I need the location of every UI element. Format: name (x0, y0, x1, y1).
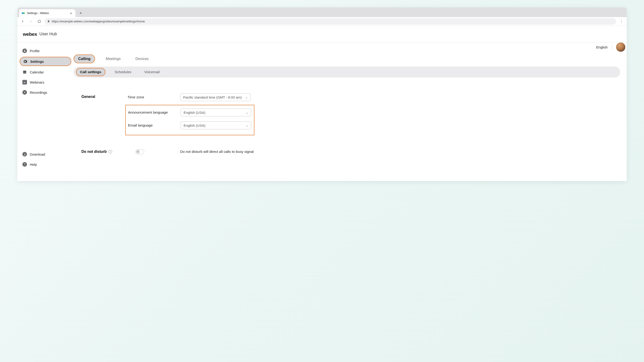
sidebar: Profile Settings Calendar Webinars (17, 43, 74, 175)
main-content: English Calling Meetings Devices Call se… (74, 43, 627, 175)
new-tab-button[interactable]: + (77, 10, 84, 17)
chevron-down-icon: ⌄ (246, 124, 248, 127)
record-icon (22, 90, 27, 95)
close-icon[interactable]: × (69, 11, 73, 15)
sidebar-item-label: Settings (30, 60, 44, 64)
timezone-label: Time zone (128, 95, 180, 99)
sidebar-item-recordings[interactable]: Recordings (20, 88, 71, 97)
subtab-call-settings[interactable]: Call settings (76, 68, 106, 76)
user-icon (22, 49, 27, 53)
product-name: User Hub (40, 32, 57, 37)
address-bar[interactable]: https://example.webex.com/webappng/sites… (44, 18, 616, 25)
chevron-down-icon: ⌄ (246, 111, 248, 114)
svg-rect-7 (25, 70, 26, 71)
dnd-toggle[interactable]: × (136, 149, 144, 154)
dnd-description: Do not disturb will direct all calls to … (180, 150, 254, 154)
browser-toolbar: https://example.webex.com/webappng/sites… (17, 17, 627, 26)
language-selector[interactable]: English (596, 45, 612, 49)
toggle-knob: × (136, 150, 140, 154)
language-highlight: Announcement language English (USA) ⌄ Em… (125, 105, 254, 135)
sidebar-item-profile[interactable]: Profile (20, 47, 71, 55)
browser-window: Settings - Webex × + https://example.web… (17, 8, 627, 181)
timezone-value: Pacific standard time (GMT - 8:00 am) (183, 95, 242, 99)
back-button[interactable] (20, 19, 26, 25)
download-icon (22, 152, 27, 157)
email-lang-label: Email language (128, 123, 180, 127)
browser-tab-bar: Settings - Webex × + (17, 8, 627, 17)
chevron-down-icon: ⌄ (245, 96, 248, 99)
tab-calling[interactable]: Calling (74, 55, 95, 63)
timezone-select[interactable]: Pacific standard time (GMT - 8:00 am) ⌄ (180, 93, 251, 101)
email-lang-select[interactable]: English (USA) ⌄ (180, 121, 251, 129)
app-body: Profile Settings Calendar Webinars (17, 43, 627, 175)
svg-rect-2 (48, 21, 49, 22)
svg-point-3 (24, 50, 25, 51)
sidebar-item-help[interactable]: ? Help (20, 160, 71, 169)
sidebar-item-label: Help (30, 163, 37, 166)
svg-point-8 (24, 92, 25, 93)
webex-favicon (22, 11, 25, 15)
browser-tab-title: Settings - Webex (27, 12, 67, 15)
email-lang-value: English (USA) (184, 124, 205, 127)
announcement-select[interactable]: English (USA) ⌄ (180, 109, 251, 116)
announcement-label: Announcement language (128, 110, 180, 115)
browser-tab[interactable]: Settings - Webex × (19, 9, 76, 17)
calendar-icon (22, 70, 27, 74)
svg-rect-5 (23, 71, 26, 72)
url-text: https://example.webex.com/webappng/sites… (52, 20, 145, 23)
header-right: English (596, 43, 627, 52)
avatar[interactable] (616, 43, 625, 52)
dnd-section: Do not disturb i × Do not disturb will d… (82, 149, 612, 154)
subtab-voicemail[interactable]: Voicemail (141, 68, 163, 76)
sidebar-item-label: Download (30, 152, 45, 156)
sidebar-item-settings[interactable]: Settings (20, 57, 71, 66)
lock-icon (47, 20, 50, 23)
email-lang-row: Email language English (USA) ⌄ (128, 121, 252, 129)
sidebar-item-download[interactable]: Download (20, 150, 71, 158)
app-header: webex User Hub (17, 26, 627, 43)
sidebar-item-calendar[interactable]: Calendar (20, 68, 71, 76)
tab-meetings[interactable]: Meetings (102, 55, 125, 63)
webinar-icon (22, 80, 27, 85)
reload-button[interactable] (36, 19, 42, 25)
svg-rect-6 (24, 70, 24, 71)
info-icon[interactable]: i (108, 150, 112, 154)
subtab-schedules[interactable]: Schedules (111, 68, 135, 76)
general-heading: General (82, 93, 128, 99)
browser-menu-button[interactable]: ⋮ (618, 19, 624, 24)
brand-logo: webex (23, 32, 37, 37)
sidebar-item-label: Recordings (30, 91, 47, 94)
dnd-heading: Do not disturb (82, 150, 106, 154)
sidebar-item-webinars[interactable]: Webinars (20, 78, 71, 86)
general-section: General Time zone Pacific standard time … (82, 93, 612, 135)
settings-panel: General Time zone Pacific standard time … (74, 85, 620, 168)
gear-icon (23, 59, 28, 64)
help-icon: ? (22, 162, 27, 167)
sidebar-item-label: Webinars (30, 80, 44, 84)
sidebar-item-label: Profile (30, 49, 40, 53)
announcement-value: English (USA) (184, 111, 205, 115)
sub-tabs: Call settings Schedules Voicemail (74, 67, 620, 78)
timezone-row: Time zone Pacific standard time (GMT - 8… (128, 93, 612, 101)
sidebar-item-label: Calendar (30, 70, 44, 74)
main-tabs: Calling Meetings Devices (74, 45, 620, 67)
svg-point-1 (23, 12, 25, 14)
forward-button[interactable] (28, 19, 34, 25)
announcement-row: Announcement language English (USA) ⌄ (128, 109, 252, 116)
tab-devices[interactable]: Devices (131, 55, 153, 63)
